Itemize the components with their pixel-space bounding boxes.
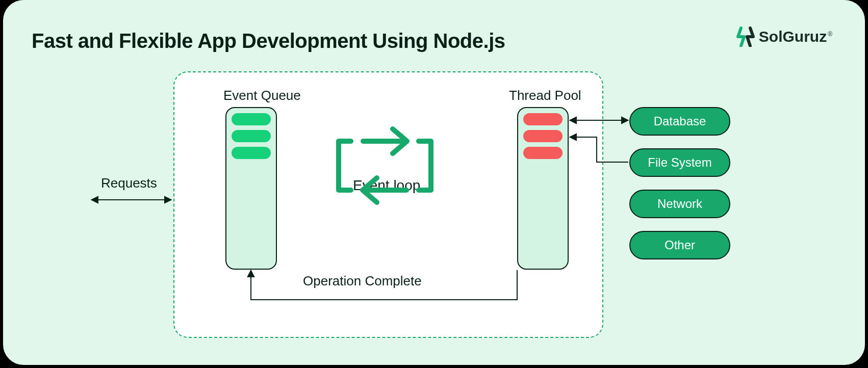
external-other: Other [629, 231, 730, 259]
event-queue-stack [225, 107, 277, 270]
brand-logo-text: SolGuruz® [759, 28, 832, 45]
external-database: Database [629, 107, 730, 136]
queue-item [232, 147, 271, 159]
external-file-system: File System [629, 148, 730, 177]
brand-logo-icon [736, 27, 755, 47]
thread-item [523, 130, 563, 142]
queue-item [232, 130, 271, 142]
page-title: Fast and Flexible App Development Using … [32, 30, 505, 52]
diagram-canvas: Fast and Flexible App Development Using … [3, 0, 865, 365]
thread-pool-stack [517, 107, 569, 270]
thread-item [523, 147, 563, 159]
event-queue-label: Event Queue [223, 88, 301, 103]
brand-logo: SolGuruz® [736, 27, 832, 47]
operation-complete-label: Operation Complete [303, 273, 422, 289]
event-loop-icon [333, 115, 437, 217]
external-network: Network [629, 190, 730, 218]
thread-item [523, 113, 563, 125]
thread-pool-label: Thread Pool [509, 88, 581, 103]
requests-label: Requests [101, 175, 157, 191]
queue-item [232, 113, 271, 125]
